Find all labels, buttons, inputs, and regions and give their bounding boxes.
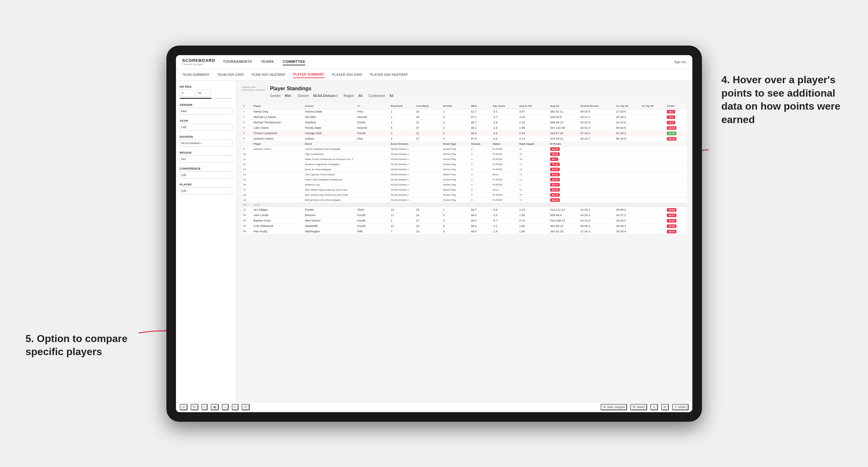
- subnav-team-h2h-heatmap[interactable]: TEAM H2H HEATMAP: [251, 72, 285, 78]
- cell-points[interactable]: 38.49: [665, 228, 687, 234]
- filter-conference-select[interactable]: (All): [180, 172, 232, 179]
- ev-points-badge[interactable]: 66.40: [550, 198, 560, 202]
- toolbar-plus[interactable]: +: [232, 404, 239, 410]
- ev-rank: +1: [517, 177, 548, 182]
- filter-gender-select[interactable]: Men Women: [180, 108, 232, 115]
- toolbar-undo[interactable]: ↺: [180, 404, 187, 410]
- ev-points[interactable]: 37.57: [548, 167, 687, 172]
- cell-vs25: 29-38-2: [614, 207, 640, 212]
- points-badge[interactable]: 68.2: [667, 110, 675, 114]
- ev-points[interactable]: 16.50: [548, 177, 687, 182]
- toolbar-clock[interactable]: ⏱: [242, 404, 250, 410]
- points-badge[interactable]: 38.49: [667, 230, 676, 234]
- toolbar-copy[interactable]: ▣: [211, 404, 219, 410]
- filter-section-gender: Gender Men Women: [180, 103, 232, 115]
- points-badge[interactable]: 39.95: [667, 224, 676, 228]
- ev-rounds: 3: [469, 157, 491, 162]
- points-badge[interactable]: 76.2: [667, 115, 675, 119]
- subnav-player-h2h-heatmap[interactable]: PLAYER H2H HEATMAP: [370, 72, 408, 78]
- cell-points[interactable]: 40.02: [665, 218, 687, 223]
- cell-num: 1: [242, 109, 252, 114]
- cell-points[interactable]: 68.54: [665, 125, 687, 130]
- cell-points[interactable]: 40.27: [665, 212, 687, 218]
- filter-division-select[interactable]: NCAA Division I: [180, 139, 232, 147]
- ev-rounds: 3: [469, 162, 491, 167]
- nav-teams[interactable]: TEAMS: [261, 58, 274, 65]
- points-badge[interactable]: 70.2: [667, 121, 675, 124]
- cell-points[interactable]: 68.2: [665, 109, 687, 114]
- ev-points-badge[interactable]: 16.50: [550, 178, 560, 181]
- filter-no-rds-max[interactable]: [196, 90, 210, 97]
- points-badge-green[interactable]: 80.49: [667, 132, 676, 135]
- ev-points-badge[interactable]: 30.47: [550, 183, 560, 186]
- ev-points-badge[interactable]: 73.23: [550, 162, 560, 166]
- share-button[interactable]: ⇧ Share: [672, 404, 688, 410]
- toolbar-crop[interactable]: ▫: [202, 404, 208, 410]
- ev-points-badge[interactable]: 53.60: [550, 152, 560, 156]
- ev-points-badge[interactable]: 56.18: [550, 193, 560, 197]
- toolbar-minus[interactable]: −: [222, 404, 228, 410]
- ev-player: Jackson Kolson: [252, 146, 303, 151]
- share-label: Share: [678, 405, 686, 409]
- event-col-rounds: Rounds: [469, 141, 491, 146]
- points-badge[interactable]: 68.54: [667, 126, 676, 130]
- nav-committee[interactable]: COMMITTEE: [283, 58, 305, 65]
- filter-region-select[interactable]: N/A: [180, 156, 232, 162]
- cell-points[interactable]: 76.2: [665, 114, 687, 120]
- ev-num: 15: [242, 177, 252, 182]
- view-original-button[interactable]: 👁 View: Original: [600, 404, 627, 410]
- cell-yr: Fourth: [355, 218, 389, 223]
- ev-points[interactable]: 63.64: [548, 146, 687, 151]
- cell-wins: 68.0: [469, 130, 491, 136]
- ev-points[interactable]: 53.60: [548, 151, 687, 157]
- ev-player: [252, 192, 303, 197]
- ev-division: NCAA Division I: [389, 172, 441, 177]
- toolbar-redo[interactable]: ↻: [191, 404, 198, 410]
- subnav-player-summary[interactable]: PLAYER SUMMARY: [293, 71, 324, 78]
- ev-points-badge[interactable]: 46.7: [550, 157, 558, 161]
- ev-points-badge[interactable]: 25.38: [550, 188, 560, 192]
- comment-button[interactable]: ✉: [661, 404, 669, 410]
- cell-points[interactable]: 80.49: [665, 130, 687, 136]
- cell-adj: -3.2: [491, 109, 518, 114]
- cell-wins: 68.2: [469, 125, 491, 130]
- filter-bar-division-label: Division:: [298, 94, 310, 97]
- ev-rank: +1: [517, 197, 548, 203]
- watch-button[interactable]: 👁 Watch: [630, 404, 647, 410]
- points-badge[interactable]: 40.27: [667, 214, 676, 217]
- filter-player-select[interactable]: (All): [180, 187, 232, 194]
- filter-no-rds-min[interactable]: [180, 90, 194, 97]
- filter-bar-gender-label: Gender:: [270, 94, 281, 97]
- cell-vs25: 35-16-4: [614, 114, 640, 120]
- subnav-team-h2h-grid[interactable]: TEAM H2H GRID: [217, 72, 244, 78]
- ev-points-badge[interactable]: 63.64: [550, 147, 560, 151]
- ev-points[interactable]: 46.7: [548, 157, 687, 162]
- ev-type: Stroke Play: [441, 167, 469, 172]
- ev-points[interactable]: 25.38: [548, 187, 687, 192]
- ev-points[interactable]: 24.11: [548, 172, 687, 177]
- subnav-player-h2h-grid[interactable]: PLAYER H2H GRID: [332, 72, 363, 78]
- filter-year-select[interactable]: (All): [180, 124, 232, 131]
- cell-vs50: [640, 125, 665, 130]
- cell-points[interactable]: 40.68: [665, 207, 687, 212]
- ev-points[interactable]: 30.47: [548, 182, 687, 187]
- ev-points[interactable]: 73.23: [548, 162, 687, 167]
- ev-points[interactable]: 66.40: [548, 197, 687, 203]
- ev-points-badge[interactable]: 24.11: [550, 173, 560, 176]
- points-badge[interactable]: 68.18: [667, 137, 676, 141]
- cell-points[interactable]: 39.95: [665, 223, 687, 228]
- sign-out-link[interactable]: Sign out: [674, 60, 686, 64]
- points-badge[interactable]: 40.02: [667, 219, 676, 222]
- cell-avg-sg: 616-168-12: [548, 218, 578, 223]
- download-button[interactable]: ⇩: [650, 404, 658, 410]
- ev-status: PLAYED: [491, 146, 518, 151]
- ev-points[interactable]: 56.18: [548, 192, 687, 197]
- ev-points-badge[interactable]: 37.57: [550, 168, 560, 171]
- points-badge[interactable]: 40.68: [667, 208, 676, 212]
- cell-points[interactable]: 70.2: [665, 120, 687, 125]
- th-wins: Wins: [469, 103, 491, 109]
- cell-points[interactable]: 68.18: [665, 136, 687, 141]
- ev-rank: +0: [517, 151, 548, 157]
- subnav-team-summary[interactable]: TEAM SUMMARY: [182, 72, 210, 78]
- nav-tournaments[interactable]: TOURNAMENTS: [223, 58, 252, 65]
